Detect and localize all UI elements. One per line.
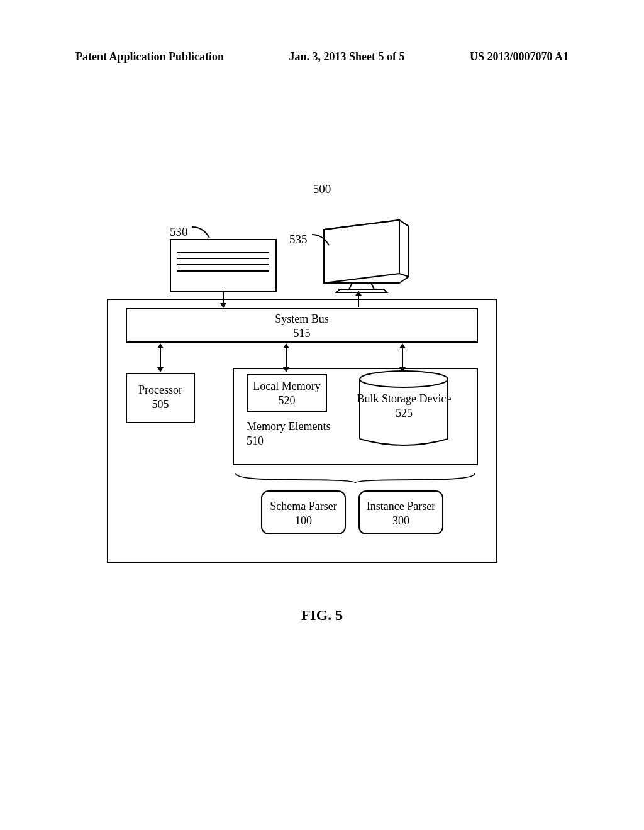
svg-marker-4 <box>349 283 374 289</box>
svg-marker-11 <box>157 343 164 348</box>
monitor-icon <box>308 217 415 299</box>
schema-parser-num: 100 <box>295 514 312 527</box>
figure-caption: FIG. 5 <box>0 607 644 624</box>
svg-line-3 <box>399 274 409 277</box>
system-bus-num: 515 <box>294 327 311 340</box>
system-bus-box: System Bus 515 <box>126 308 478 343</box>
svg-marker-14 <box>283 343 289 348</box>
svg-marker-12 <box>157 367 164 372</box>
memory-elements-label: Memory Elements 510 <box>247 419 330 449</box>
svg-marker-9 <box>355 290 362 296</box>
keyboard-icon <box>170 239 277 292</box>
processor-title: Processor <box>138 384 182 396</box>
schema-parser-title: Schema Parser <box>270 500 336 512</box>
local-memory-title: Local Memory <box>253 380 320 392</box>
processor-box: Processor 505 <box>126 373 195 423</box>
bulk-storage-label: Bulk Storage Device 525 <box>355 392 453 421</box>
system-bus-title: System Bus <box>275 313 329 325</box>
svg-point-19 <box>360 371 448 387</box>
arrow-bidirectional-processor-icon <box>154 342 167 374</box>
svg-marker-1 <box>324 220 399 283</box>
processor-num: 505 <box>152 398 169 411</box>
curly-brace-icon <box>233 470 478 486</box>
bulk-storage-cylinder: Bulk Storage Device 525 <box>355 370 453 448</box>
header-publication: Patent Application Publication <box>75 50 224 64</box>
page-header: Patent Application Publication Jan. 3, 2… <box>0 50 644 64</box>
svg-marker-17 <box>399 343 406 348</box>
instance-parser-box: Instance Parser 300 <box>358 490 443 534</box>
reference-number: 500 <box>313 182 331 196</box>
local-memory-box: Local Memory 520 <box>247 374 327 412</box>
header-patent-number: US 2013/0007070 A1 <box>470 50 569 64</box>
svg-line-2 <box>399 220 409 226</box>
local-memory-num: 520 <box>279 394 296 407</box>
instance-parser-title: Instance Parser <box>367 500 435 512</box>
header-date-sheet: Jan. 3, 2013 Sheet 5 of 5 <box>289 50 405 64</box>
schema-parser-box: Schema Parser 100 <box>261 490 346 534</box>
instance-parser-num: 300 <box>392 514 409 527</box>
